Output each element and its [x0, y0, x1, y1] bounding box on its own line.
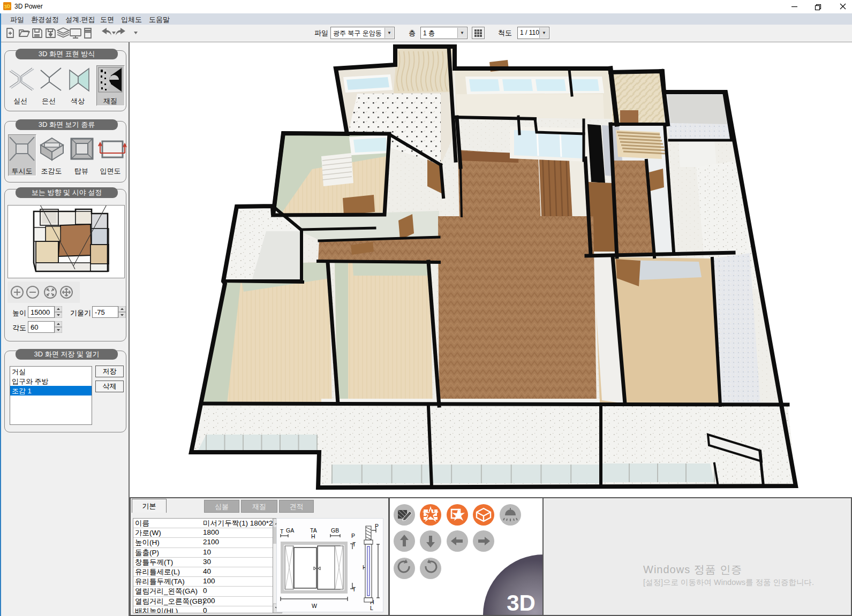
svg-text:L: L [370, 605, 373, 611]
svg-text:T: T [352, 541, 356, 547]
svg-text:P: P [375, 523, 379, 529]
svg-text:3D: 3D [4, 3, 11, 10]
svg-text:GB: GB [331, 527, 339, 534]
svg-text:GA: GA [286, 527, 294, 534]
svg-text:W: W [312, 603, 317, 609]
svg-text:P: P [351, 533, 355, 539]
svg-text:3D: 3D [507, 590, 536, 615]
svg-text:T: T [352, 586, 356, 592]
svg-text:H: H [311, 533, 315, 539]
svg-text:T: T [280, 528, 284, 535]
